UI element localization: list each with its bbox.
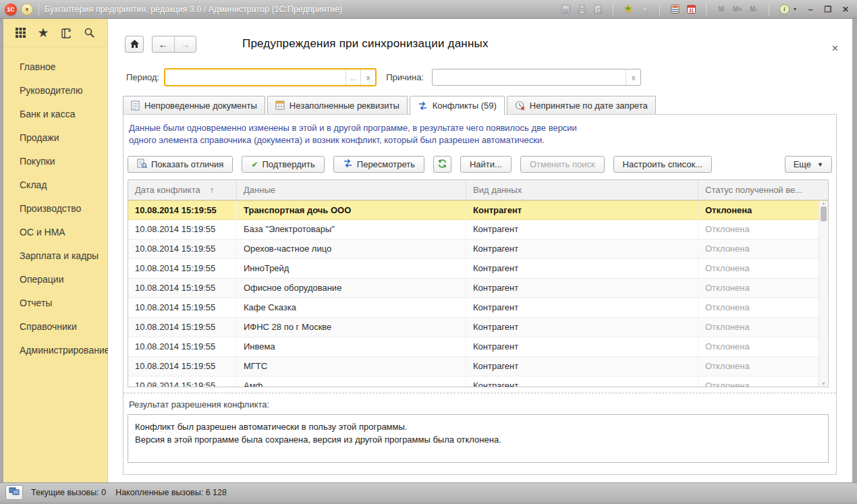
sidebar-item-main[interactable]: Главное: [3, 55, 107, 79]
add-favorite-icon[interactable]: [621, 3, 635, 16]
performance-indicator-button[interactable]: [5, 485, 23, 500]
info-icon[interactable]: i: [777, 3, 791, 16]
table-row[interactable]: 10.08.2014 15:19:55 ИФНС 28 по г Москве …: [128, 318, 828, 337]
system-menu-button[interactable]: ▾: [21, 3, 33, 16]
scroll-up-icon[interactable]: ▲: [819, 201, 828, 205]
favorites-star-icon[interactable]: ★: [36, 26, 51, 40]
reason-input[interactable]: [433, 69, 626, 85]
table-header: Дата конфликта ↑ Данные Вид данных Стату…: [128, 180, 828, 200]
back-button[interactable]: ←: [153, 36, 174, 52]
column-status[interactable]: Статус полученной ве...: [698, 180, 819, 200]
favorites-icon[interactable]: [638, 3, 651, 16]
tab-unposted-documents[interactable]: Непроведенные документы: [123, 96, 265, 114]
tab-unfilled-attributes[interactable]: Незаполненные реквизиты: [267, 96, 408, 114]
table-vertical-scrollbar[interactable]: ▲ ▼: [819, 201, 827, 386]
memory-subtract-icon[interactable]: M-: [747, 3, 761, 16]
column-data[interactable]: Данные: [237, 180, 466, 200]
memory-add-icon[interactable]: M+: [731, 3, 744, 16]
tab-conflicts[interactable]: Конфликты (59): [410, 96, 505, 115]
refresh-button[interactable]: [433, 156, 451, 173]
refresh-icon: [437, 159, 447, 171]
tab-rejected-by-date[interactable]: Непринятые по дате запрета: [507, 96, 656, 114]
sidebar-item-administration[interactable]: Администрирование: [3, 339, 107, 362]
more-button[interactable]: Еще ▼: [785, 156, 832, 173]
sidebar-item-fixed-assets[interactable]: ОС и НМА: [3, 221, 107, 244]
table-row[interactable]: 10.08.2014 15:19:55 ИнноТрейд Контрагент…: [128, 259, 828, 279]
show-differences-button[interactable]: Показать отличия: [128, 156, 233, 173]
table-row[interactable]: 10.08.2014 15:19:55 Транспортная дочь ОО…: [128, 200, 828, 220]
table-icon: [275, 101, 285, 110]
table-row[interactable]: 10.08.2014 15:19:55 МГТС Контрагент Откл…: [128, 357, 828, 376]
form-close-icon[interactable]: ✕: [831, 43, 839, 53]
table-row[interactable]: 10.08.2014 15:19:55 База "Электротовары"…: [128, 220, 828, 240]
scrollbar-thumb[interactable]: [821, 206, 827, 221]
sidebar-item-purchases[interactable]: Покупки: [3, 150, 107, 173]
sidebar-toolbar: ★: [3, 19, 107, 47]
diff-icon: [137, 159, 147, 171]
table-row[interactable]: 10.08.2014 15:19:55 Офисное оборудование…: [128, 279, 828, 298]
sidebar-item-directories[interactable]: Справочники: [3, 315, 107, 339]
sections-sidebar: ★ Главное Руководителю Банк и касса Прод…: [3, 19, 108, 482]
search-icon[interactable]: [82, 26, 96, 40]
maximize-button[interactable]: ❐: [821, 3, 835, 16]
chevron-down-icon: ▼: [817, 161, 823, 168]
conflict-sync-icon: [418, 101, 428, 111]
column-conflict-date[interactable]: Дата конфликта ↑: [128, 180, 237, 200]
period-input[interactable]: [165, 69, 345, 85]
review-button[interactable]: Пересмотреть: [333, 156, 424, 173]
confirm-button[interactable]: ✔ Подтвердить: [242, 156, 324, 173]
history-nav-group: ← →: [152, 36, 196, 53]
home-button[interactable]: [125, 36, 144, 53]
column-data-kind[interactable]: Вид данных: [466, 180, 698, 200]
page-title: Предупреждения при синхронизации данных: [242, 37, 489, 51]
sort-asc-icon: ↑: [210, 186, 214, 195]
table-body: 10.08.2014 15:19:55 Транспортная дочь ОО…: [128, 200, 828, 387]
history-icon[interactable]: [59, 26, 74, 40]
sidebar-item-warehouse[interactable]: Склад: [3, 173, 107, 197]
monitors-icon: [9, 487, 20, 498]
titlebar-separator: [659, 3, 660, 16]
scroll-down-icon[interactable]: ▼: [819, 382, 828, 386]
configure-list-button[interactable]: Настроить список...: [613, 156, 712, 173]
navigation-row: ← → Предупреждения при синхронизации дан…: [125, 35, 852, 53]
cancel-search-button[interactable]: Отменить поиск: [520, 156, 605, 173]
sidebar-item-production[interactable]: Производство: [3, 197, 107, 221]
print-preview-icon[interactable]: [591, 3, 605, 16]
sidebar-item-sales[interactable]: Продажи: [3, 126, 107, 150]
period-ellipsis-button[interactable]: ...: [345, 69, 360, 85]
titlebar: 1С ▾ Бухгалтерия предприятия, редакция 3…: [0, 0, 857, 19]
forward-button[interactable]: →: [174, 36, 196, 52]
status-badge: Отклонена: [698, 357, 819, 376]
table-row[interactable]: 10.08.2014 15:19:55 Инвема Контрагент От…: [128, 337, 828, 357]
print-icon[interactable]: [575, 3, 588, 16]
sections-list: Главное Руководителю Банк и касса Продаж…: [3, 47, 107, 362]
period-field: ... x: [164, 68, 377, 86]
reason-clear-icon[interactable]: x: [626, 69, 640, 85]
info-caret-icon[interactable]: ▾: [794, 6, 800, 12]
reason-label: Причина:: [386, 72, 424, 82]
menu-grid-icon[interactable]: [13, 26, 28, 40]
save-icon[interactable]: [559, 3, 572, 16]
warning-tabs: Непроведенные документы Незаполненные ре…: [123, 96, 852, 114]
sidebar-item-bank-cash[interactable]: Банк и касса: [3, 103, 107, 126]
calculator-icon[interactable]: [668, 3, 682, 16]
table-row[interactable]: 10.08.2014 15:19:55 Амф Контрагент Откло…: [128, 376, 828, 387]
period-clear-icon[interactable]: x: [360, 69, 375, 85]
memory-recall-icon[interactable]: M: [715, 3, 728, 16]
sidebar-item-operations[interactable]: Операции: [3, 268, 107, 291]
find-button[interactable]: Найти...: [460, 156, 512, 173]
result-text-box: Конфликт был разрешен автоматически в по…: [128, 414, 829, 463]
sidebar-item-manager[interactable]: Руководителю: [3, 79, 107, 103]
conflicts-table: Дата конфликта ↑ Данные Вид данных Стату…: [128, 179, 829, 387]
conflicts-panel: Данные были одновременно изменены в этой…: [123, 114, 837, 475]
table-row[interactable]: 10.08.2014 15:19:55 Орехов-частное лицо …: [128, 240, 828, 259]
calendar-icon[interactable]: 31: [684, 3, 698, 16]
sidebar-item-reports[interactable]: Отчеты: [3, 291, 107, 315]
sidebar-item-salary-hr[interactable]: Зарплата и кадры: [3, 244, 107, 268]
minimize-button[interactable]: –: [803, 3, 818, 16]
main-area: ← → Предупреждения при синхронизации дан…: [108, 19, 852, 482]
close-button[interactable]: ✕: [838, 3, 853, 16]
table-row[interactable]: 10.08.2014 15:19:55 Кафе Сказка Контраге…: [128, 298, 828, 318]
status-badge: Отклонена: [698, 318, 819, 337]
result-label: Результат разрешения конфликта:: [129, 399, 836, 410]
